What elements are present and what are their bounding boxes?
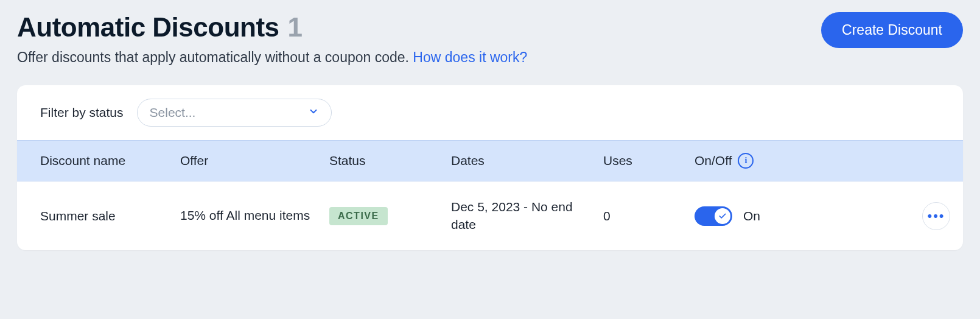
column-dates: Dates [451,153,603,168]
page-title-count: 1 [288,12,303,43]
page-title-text: Automatic Discounts [17,12,279,43]
info-icon[interactable]: i [738,153,754,169]
page-subtitle: Offer discounts that apply automatically… [17,47,821,67]
status-filter-select[interactable]: Select... [137,99,332,127]
status-filter-placeholder: Select... [150,105,301,120]
cell-onoff: On [695,206,865,226]
cell-offer: 15% off All menu items [180,207,329,224]
more-actions-button[interactable]: ••• [922,202,950,230]
onoff-toggle[interactable] [695,206,732,226]
onoff-state-label: On [743,209,760,223]
check-icon [718,212,727,220]
status-badge: ACTIVE [329,207,388,225]
table-row: Summer sale 15% off All menu items ACTIV… [17,181,963,250]
cell-dates: Dec 5, 2023 - No end date [451,198,603,233]
help-link[interactable]: How does it work? [413,49,527,65]
column-uses: Uses [603,153,695,168]
discounts-card: Filter by status Select... Discount name… [17,85,963,250]
chevron-down-icon [308,106,319,119]
column-onoff: On/Off i [695,153,865,169]
page-title: Automatic Discounts 1 [17,12,821,43]
create-discount-button[interactable]: Create Discount [821,12,963,48]
cell-actions: ••• [865,202,950,230]
cell-status: ACTIVE [329,207,451,225]
column-name: Discount name [40,153,180,168]
filter-label: Filter by status [40,105,124,120]
table-header: Discount name Offer Status Dates Uses On… [17,140,963,181]
cell-uses: 0 [603,209,695,223]
column-onoff-label: On/Off [695,153,732,168]
page-subtitle-text: Offer discounts that apply automatically… [17,49,409,65]
toggle-knob [715,208,730,224]
column-offer: Offer [180,153,329,168]
more-icon: ••• [927,209,945,223]
cell-name: Summer sale [40,209,180,223]
column-status: Status [329,153,451,168]
